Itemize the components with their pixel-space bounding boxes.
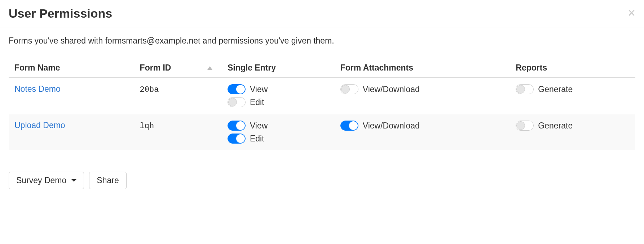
column-header-attachments[interactable]: Form Attachments: [335, 59, 510, 77]
toggle-single-view[interactable]: [228, 84, 246, 94]
table-body: Notes Demo20baViewEditView/DownloadGener…: [9, 77, 635, 150]
toggle-reports[interactable]: [516, 84, 534, 94]
modal-footer: Survey Demo Share: [0, 150, 644, 198]
form-name-link[interactable]: Notes Demo: [14, 84, 61, 94]
toggle-attachments[interactable]: [340, 84, 358, 94]
description-text: Forms you've shared with formsmarts@exam…: [9, 36, 635, 46]
form-name-link[interactable]: Upload Demo: [14, 121, 65, 130]
table-row: Notes Demo20baViewEditView/DownloadGener…: [9, 77, 635, 114]
sort-ascending-icon[interactable]: [207, 66, 212, 70]
column-header-form-name[interactable]: Form Name: [9, 59, 134, 77]
dropdown-label: Survey Demo: [16, 176, 66, 185]
close-icon[interactable]: ×: [628, 6, 635, 19]
permissions-table: Form Name Form ID Single Entry Form Atta…: [9, 59, 635, 150]
toggle-edit-label: Edit: [250, 134, 264, 144]
toggle-reports-label: Generate: [538, 85, 573, 94]
column-header-form-id[interactable]: Form ID: [134, 59, 222, 77]
toggle-view-label: View: [250, 121, 268, 131]
modal-title: User Permissions: [9, 6, 112, 21]
column-header-single-entry[interactable]: Single Entry: [222, 59, 335, 77]
toggle-single-edit[interactable]: [228, 134, 246, 144]
toggle-reports[interactable]: [516, 121, 534, 131]
column-header-form-id-label: Form ID: [140, 63, 171, 73]
toggle-edit-label: Edit: [250, 98, 264, 107]
share-button[interactable]: Share: [89, 172, 126, 189]
table-row: Upload DemolqhViewEditView/DownloadGener…: [9, 114, 635, 150]
toggle-attachments[interactable]: [340, 121, 358, 131]
form-select-dropdown[interactable]: Survey Demo: [9, 172, 84, 189]
toggle-view-label: View: [250, 85, 268, 94]
svg-marker-0: [207, 66, 212, 70]
toggle-attachments-label: View/Download: [363, 85, 420, 94]
modal-header: User Permissions ×: [0, 0, 644, 27]
form-id-text: lqh: [140, 122, 154, 131]
toggle-reports-label: Generate: [538, 121, 573, 131]
toggle-attachments-label: View/Download: [363, 121, 420, 131]
form-id-text: 20ba: [140, 85, 159, 94]
user-permissions-modal: User Permissions × Forms you've shared w…: [0, 0, 644, 198]
column-header-reports[interactable]: Reports: [510, 59, 635, 77]
caret-down-icon: [71, 179, 76, 182]
modal-body: Forms you've shared with formsmarts@exam…: [0, 27, 644, 150]
toggle-single-view[interactable]: [228, 121, 246, 131]
toggle-single-edit[interactable]: [228, 97, 246, 107]
